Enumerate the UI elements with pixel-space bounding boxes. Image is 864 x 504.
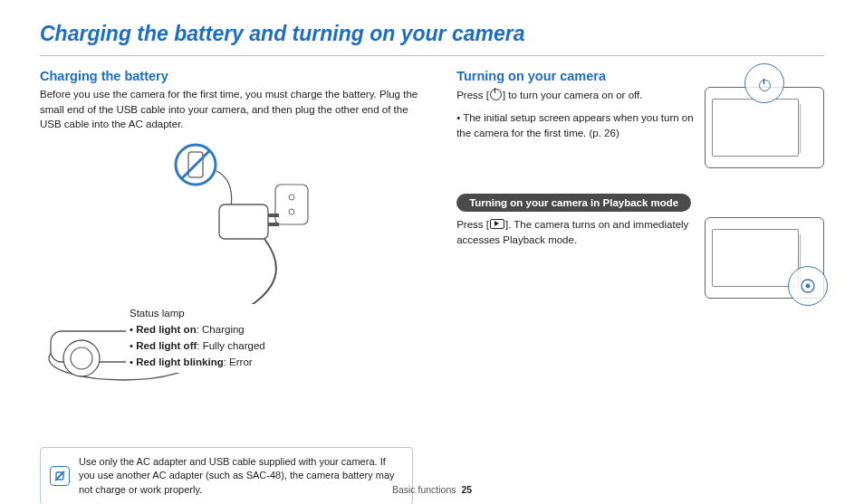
- playback-icon: [490, 219, 504, 229]
- playback-mode-pill: Turning on your camera in Playback mode: [456, 194, 691, 212]
- svg-rect-7: [268, 214, 279, 217]
- press-playback-text: Press []. The camera turns on and immedi…: [456, 217, 696, 247]
- page-footer: Basic functions 25: [0, 484, 864, 495]
- status-lamp-title: Status lamp: [130, 306, 265, 321]
- footer-section: Basic functions: [392, 484, 456, 495]
- divider: [40, 55, 824, 56]
- svg-point-17: [806, 284, 811, 289]
- status-item: Red light off: Fully charged: [130, 338, 265, 355]
- left-column: Charging the battery Before you use the …: [40, 69, 426, 504]
- status-item: Red light on: Charging: [130, 322, 265, 338]
- page-title: Charging the battery and turning on your…: [40, 22, 824, 46]
- playback-button-callout: [788, 266, 828, 306]
- status-lamp-block: Status lamp Red light on: Charging Red l…: [126, 304, 269, 373]
- footer-page-number: 25: [461, 484, 472, 495]
- power-button-callout: [744, 63, 784, 103]
- bullet-initial-setup: The initial setup screen appears when yo…: [456, 110, 696, 143]
- charging-heading: Charging the battery: [40, 69, 426, 83]
- note-box: Use only the AC adapter and USB cable su…: [40, 447, 413, 504]
- right-column: Turning on your camera Press [] to turn …: [456, 69, 824, 504]
- turning-on-bullets: The initial setup screen appears when yo…: [456, 110, 696, 143]
- svg-rect-6: [219, 204, 268, 239]
- status-item: Red light blinking: Error: [130, 355, 265, 371]
- status-lamp-list: Red light on: Charging Red light off: Fu…: [130, 322, 265, 370]
- power-icon: [490, 89, 502, 100]
- note-icon: [50, 466, 70, 486]
- svg-rect-8: [268, 223, 279, 226]
- press-power-text: Press [] to turn your camera on or off.: [456, 87, 696, 103]
- svg-point-13: [71, 347, 92, 369]
- charging-intro: Before you use the camera for the first …: [40, 87, 426, 132]
- svg-rect-3: [275, 185, 308, 224]
